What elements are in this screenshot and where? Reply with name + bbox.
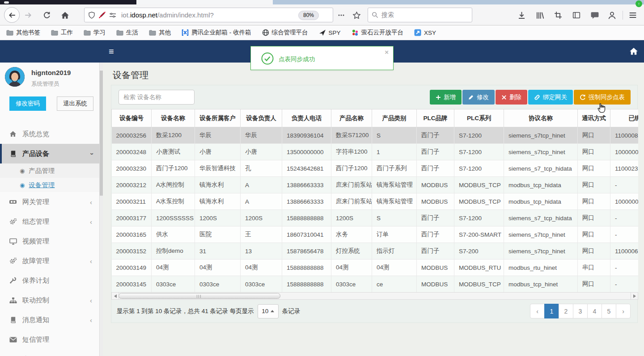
table-cell[interactable]: 网口	[578, 276, 610, 293]
device-search-input[interactable]	[119, 90, 195, 105]
column-header[interactable]: 设备所属客户	[195, 109, 241, 127]
table-cell[interactable]: 西门子系列	[372, 160, 417, 177]
table-cell[interactable]: 网口	[578, 243, 610, 260]
edit-button[interactable]: 修改	[462, 90, 495, 105]
table-cell[interactable]: 西门子	[417, 226, 454, 243]
bookmark-folder[interactable]: 其他	[149, 29, 171, 37]
table-cell[interactable]: 04测	[331, 260, 372, 276]
table-cell[interactable]: 网口	[578, 226, 610, 243]
column-header[interactable]: 协议名称	[504, 109, 578, 127]
permissions-sliders-icon[interactable]	[109, 12, 116, 19]
page-next-button[interactable]: ›	[616, 304, 631, 318]
sidebar-toggle-icon[interactable]: ≡	[109, 46, 114, 57]
table-cell[interactable]: A	[241, 193, 282, 210]
table-cell[interactable]: 1100006	[610, 243, 639, 260]
table-cell[interactable]: siemens_s7tcp_hinet	[504, 226, 578, 243]
table-cell[interactable]: -	[610, 260, 639, 276]
table-row[interactable]: 20000314904测04测04测1588888888804测04测MODBU…	[112, 260, 639, 276]
table-cell[interactable]: 水务	[331, 226, 372, 243]
table-cell[interactable]: 200003145	[112, 276, 152, 293]
page-actions-button[interactable]	[336, 10, 346, 20]
table-cell[interactable]: MODBUS	[417, 260, 454, 276]
table-cell[interactable]: 0303ce	[241, 276, 282, 293]
delete-button[interactable]: 删除	[496, 90, 527, 105]
column-header[interactable]: 设备名称	[152, 109, 195, 127]
table-cell[interactable]: 庶来门前泵站	[331, 177, 372, 193]
page-button-4[interactable]: 4	[587, 304, 602, 318]
table-cell[interactable]: 网口	[578, 144, 610, 160]
table-cell[interactable]: 孔	[241, 160, 282, 177]
table-cell[interactable]: MODBUS	[417, 177, 454, 193]
table-cell[interactable]: 1200S	[331, 210, 372, 226]
table-row[interactable]: 2000031450303ce0303ce0303ce1588888888803…	[112, 276, 639, 293]
table-cell[interactable]: -	[610, 210, 639, 226]
table-row[interactable]: 200003248小唐测试小唐小唐13500000000字符串12001西门子S…	[112, 144, 639, 160]
page-button-1[interactable]: 1	[544, 304, 559, 318]
table-cell[interactable]: 西门子	[417, 160, 454, 177]
table-cell[interactable]: MODBUS_RTU	[454, 260, 504, 276]
scroll-left-arrow[interactable]	[112, 293, 119, 299]
table-cell[interactable]: 西门子1200	[152, 160, 195, 177]
table-cell[interactable]: 15243642681	[282, 160, 331, 177]
table-cell[interactable]: siemens_s7tcp_hinet	[504, 144, 578, 160]
bookmark-star-icon[interactable]	[352, 10, 361, 20]
table-cell[interactable]: MODBUS	[417, 276, 454, 293]
table-cell[interactable]: S	[372, 210, 417, 226]
table-cell[interactable]: 200003149	[112, 260, 152, 276]
home-button[interactable]	[60, 10, 70, 20]
table-cell[interactable]: S7-200	[454, 243, 504, 260]
table-cell[interactable]: 15888888888	[282, 210, 331, 226]
table-cell[interactable]: S7-1200	[454, 210, 504, 226]
sidebar-item-system-overview[interactable]: 系统总览	[0, 124, 99, 144]
table-cell[interactable]: MODBUS_TCP	[454, 276, 504, 293]
bookmark-folder[interactable]: 工作	[51, 29, 73, 37]
table-cell[interactable]: 数采1200	[152, 127, 195, 144]
forward-button[interactable]	[23, 10, 33, 20]
table-cell[interactable]: 华辰智通科技	[195, 160, 241, 177]
user-avatar[interactable]	[5, 67, 25, 87]
table-cell[interactable]: 04测	[195, 260, 241, 276]
table-cell[interactable]: 1000000	[610, 193, 639, 210]
table-cell[interactable]: siemens_s7_tcp_hidata	[504, 160, 578, 177]
table-cell[interactable]: 串口	[578, 260, 610, 276]
sidebar-item-fault-management[interactable]: 故障管理 ‹	[0, 251, 99, 271]
screenshot-crop-icon[interactable]	[553, 10, 563, 20]
table-cell[interactable]: modbus_tcp_hidata	[504, 193, 578, 210]
table-cell[interactable]: 数采S71200	[331, 127, 372, 144]
table-cell[interactable]: MODBUS_TCP	[454, 177, 504, 193]
table-cell[interactable]: -	[610, 177, 639, 193]
table-cell[interactable]: 31	[195, 243, 241, 260]
table-cell[interactable]: 1200SSSSSS	[152, 210, 195, 226]
shield-icon[interactable]	[88, 12, 95, 19]
table-cell[interactable]: 镇海水利	[195, 177, 241, 193]
table-row[interactable]: 200003256数采1200华辰华辰18390936104数采S71200S西…	[112, 127, 639, 144]
column-header[interactable]: PLC系列	[454, 109, 504, 127]
bookmark-folder[interactable]: 其他书签	[6, 29, 40, 37]
url-bar[interactable]: iot.idosp.net/admin/index.html? 80%	[84, 8, 333, 22]
table-cell[interactable]: 13886663333	[282, 177, 331, 193]
bookmark-tencent-mail[interactable]: 腾讯企业邮箱 - 收件箱	[182, 29, 251, 37]
table-cell[interactable]: 镇海泵站管理	[372, 177, 417, 193]
reload-button[interactable]	[42, 10, 52, 20]
table-cell[interactable]: 医院	[195, 226, 241, 243]
table-cell[interactable]: siemens_s7tcp_hinet	[504, 127, 578, 144]
table-cell[interactable]: 1000000	[610, 144, 639, 160]
table-cell[interactable]: 网口	[578, 193, 610, 210]
menu-hamburger-icon[interactable]	[628, 10, 638, 20]
table-cell[interactable]: 镇海水利	[195, 193, 241, 210]
table-cell[interactable]: 网口	[578, 177, 610, 193]
table-cell[interactable]: 镇海泵站管理	[372, 193, 417, 210]
sidebar-item-maintenance-plan[interactable]: 保养计划	[0, 271, 99, 290]
sidebar-panel-icon[interactable]	[572, 10, 581, 20]
downloads-icon[interactable]	[517, 10, 526, 20]
table-cell[interactable]: 15878656478	[282, 243, 331, 260]
table-cell[interactable]: 200003165	[112, 226, 152, 243]
column-header[interactable]: 产品名称	[331, 109, 372, 127]
table-row[interactable]: 200003152控制demo311315878656478灯控系统指示灯西门子…	[112, 243, 639, 260]
table-cell[interactable]: 网口	[578, 127, 610, 144]
page-button-2[interactable]: 2	[559, 304, 573, 318]
table-cell[interactable]: 订单	[372, 226, 417, 243]
browser-tab-strip[interactable]	[0, 0, 644, 4]
bind-gateway-button[interactable]: 绑定网关	[528, 90, 573, 105]
table-cell[interactable]: 200003256	[112, 127, 152, 144]
